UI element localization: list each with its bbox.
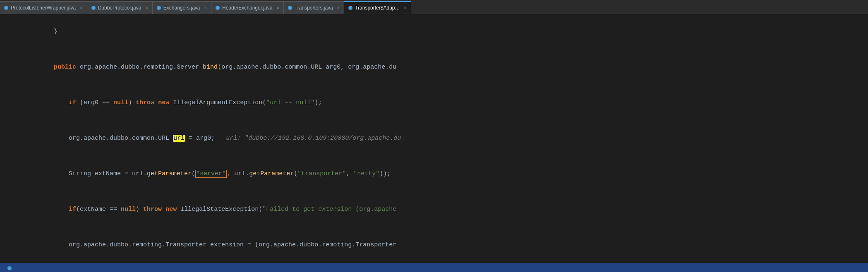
str-url-null: "url == null"	[266, 99, 314, 106]
code-line-if-null: if (arg0 == null) throw new IllegalArgum…	[0, 85, 868, 121]
illegal-state: IllegalStateException(	[177, 206, 262, 213]
throw-1: )	[128, 99, 136, 106]
tab-icon-2	[91, 6, 96, 10]
url-type: org.apache.dubbo.common.URL	[69, 135, 173, 142]
throw-2: )	[136, 206, 143, 213]
line-content-return: return extension.bind(arg0, arg1);extens…	[15, 263, 868, 272]
extname-cond: (extName ==	[76, 206, 121, 213]
tab-dubbo-protocol[interactable]: DubboProtocol.java ×	[87, 1, 153, 14]
tab-close-3[interactable]: ×	[204, 5, 207, 10]
type-server: org.apache.dubbo.remoting.Server	[76, 64, 203, 71]
code-line-if-extname: if(extName == null) throw new IllegalSta…	[0, 192, 868, 227]
line-content-close-outer: }	[15, 14, 868, 49]
tab-icon-1	[4, 6, 8, 10]
line-content-public: public org.apache.dubbo.remoting.Server …	[15, 50, 868, 85]
str-server-boxed: "server"	[195, 170, 227, 178]
new-2	[162, 206, 165, 213]
kw-if-2: if	[69, 206, 76, 213]
tab-icon-4	[216, 6, 220, 10]
breakpoint-icon[interactable]	[7, 266, 12, 270]
kw-new-1: new	[158, 99, 169, 106]
method-bind: bind	[203, 64, 218, 71]
spaces-6	[39, 206, 69, 213]
url-var-highlight: url	[173, 135, 185, 142]
tab-close-1[interactable]: ×	[80, 5, 82, 10]
code-line-close-outer: }	[0, 14, 868, 50]
tab-header-exchanger[interactable]: HeaderExchanger.java ×	[211, 1, 284, 14]
code-line-extname: String extName = url.getParameter("serve…	[0, 156, 868, 192]
end-paren-1: );	[314, 99, 322, 106]
spaces-4	[39, 135, 69, 142]
method-getparam-1: getParameter	[147, 170, 192, 177]
spaces-3	[39, 99, 69, 106]
close-paren-extname: ));	[379, 170, 391, 177]
kw-throw-1: throw	[136, 99, 154, 106]
str-server: "server"	[196, 170, 226, 177]
str-transporter: "transporter"	[297, 170, 346, 177]
kw-null-2: null	[121, 206, 136, 213]
kw-if-1: if	[69, 99, 76, 106]
tab-label-2: DubboProtocol.java	[98, 5, 141, 11]
open-paren-inner: (	[294, 170, 297, 177]
tab-label-6: Transporter$Adap…	[355, 5, 400, 11]
tab-icon-6	[348, 6, 352, 10]
tab-icon-3	[157, 6, 161, 10]
new-1	[154, 99, 158, 106]
line-content-extname: String extName = url.getParameter("serve…	[15, 157, 868, 191]
str-failed: "Failed to get extension (org.apache	[262, 206, 396, 213]
tab-transporters[interactable]: Transporters.java ×	[284, 1, 344, 14]
kw-public: public	[54, 64, 76, 71]
tab-transporter-adapter[interactable]: Transporter$Adap… ×	[344, 1, 411, 14]
spaces-7	[39, 241, 69, 248]
line-gutter-8	[0, 266, 15, 270]
comma-inner: ,	[346, 170, 353, 177]
tab-icon-5	[288, 6, 292, 10]
tab-close-5[interactable]: ×	[337, 5, 340, 10]
method-getparam-2: getParameter	[249, 170, 294, 177]
line-content-url-assign: org.apache.dubbo.common.URL url = arg0; …	[15, 121, 868, 156]
extension-decl: org.apache.dubbo.remoting.Transporter ex…	[69, 241, 396, 248]
tab-close-4[interactable]: ×	[276, 5, 279, 10]
line-content-extension: org.apache.dubbo.remoting.Transporter ex…	[15, 228, 868, 262]
tab-label-5: Transporters.java	[295, 5, 333, 11]
tab-label-4: HeaderExchanger.java	[222, 5, 272, 11]
url-assign-eq: = arg0;	[185, 135, 226, 142]
code-line-extension: org.apache.dubbo.remoting.Transporter ex…	[0, 227, 868, 263]
tab-close-6[interactable]: ×	[404, 5, 406, 10]
comma-extname: , url.	[227, 170, 249, 177]
spaces-2	[39, 64, 54, 71]
tab-exchangers[interactable]: Exchangers.java ×	[153, 1, 211, 14]
code-line-return: return extension.bind(arg0, arg1);extens…	[0, 263, 868, 272]
str-netty: "netty"	[353, 170, 379, 177]
line-content-if-extname: if(extName == null) throw new IllegalSta…	[15, 192, 868, 227]
code-area: } public org.apache.dubbo.remoting.Serve…	[0, 14, 868, 272]
tab-close-2[interactable]: ×	[145, 5, 148, 10]
kw-throw-2: throw	[143, 206, 162, 213]
kw-null-1: null	[113, 99, 128, 106]
tab-protocol-listener[interactable]: ProtocolListenerWrapper.java ×	[0, 1, 87, 14]
tab-bar: ProtocolListenerWrapper.java × DubboProt…	[0, 0, 868, 14]
illegal-arg: IllegalArgumentException(	[169, 99, 266, 106]
close-brace-outer: }	[39, 28, 58, 35]
tab-label-3: Exchangers.java	[163, 5, 200, 11]
kw-new-2: new	[165, 206, 177, 213]
open-paren-extname: (	[192, 170, 195, 177]
tab-label-1: ProtocolListenerWrapper.java	[11, 5, 76, 11]
code-line-public: public org.apache.dubbo.remoting.Server …	[0, 50, 868, 85]
spaces-5	[39, 170, 69, 177]
bind-params: (org.apache.dubbo.common.URL arg0, org.a…	[218, 64, 396, 71]
if-arg0: (arg0 ==	[76, 99, 113, 106]
code-line-url-assign: org.apache.dubbo.common.URL url = arg0; …	[0, 121, 868, 156]
string-type: String extName = url.	[69, 170, 147, 177]
url-comment: url: "dubbo://192.168.0.109:20880/org.ap…	[226, 135, 401, 142]
line-content-if-null: if (arg0 == null) throw new IllegalArgum…	[15, 86, 868, 120]
